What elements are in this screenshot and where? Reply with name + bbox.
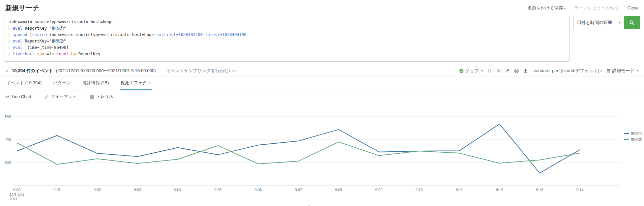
svg-text:9:08: 9:08 [335,188,342,192]
share-button[interactable] [505,69,509,73]
visualization-controls: Line Chart フォーマット トレリス [0,90,644,102]
search-bar: index=main sourcetype=ms:iis:auto host=h… [0,15,644,65]
time-range-picker[interactable]: 日付と時間の範囲 ▾ [573,16,624,29]
search-button[interactable] [624,16,640,29]
share-icon [505,69,509,73]
svg-text:2021: 2021 [9,197,18,201]
svg-text:9:12: 9:12 [496,188,503,192]
export-button[interactable] [523,69,528,73]
tab-visualization[interactable]: 視覚エフェクト [120,77,152,90]
chart-type-label: Line Chart [12,94,31,99]
chart-area: 3004005009:009:019:029:039:049:059:069:0… [0,103,644,205]
event-count: 10,394 件のイベント [12,68,53,74]
stop-icon [496,69,500,73]
query-line: index=main sourcetype=ms:iis:auto host=h… [8,19,566,25]
svg-text:400: 400 [5,138,11,142]
chevron-down-icon: ▾ [481,69,483,72]
legend-label: 期間② [631,137,642,142]
header-actions: 名前を付けて保存▾ テーブルビューの作成 Close [527,5,639,11]
performance-mode-dropdown[interactable]: standard_perf (searchデフォルト)▾ [532,68,602,74]
results-summary: ✓ 10,394 件のイベント (2021/12/01 9:00:00.000〜… [5,68,236,74]
format-label: フォーマット [51,94,77,99]
time-range-label: 日付と時間の範囲 [577,20,612,26]
query-line: | eval ReportKey="期間②" [8,38,566,45]
x-axis-title: _time [0,205,620,206]
svg-text:12/1 (水): 12/1 (水) [9,193,24,197]
page-title: 新規サーチ [5,3,39,12]
legend-swatch [624,139,629,140]
tab-statistics[interactable]: 統計情報 (15) [82,77,110,90]
stop-button[interactable] [496,69,500,73]
search-icon [629,20,635,26]
header: 新規サーチ 名前を付けて保存▾ テーブルビューの作成 Close [0,0,644,15]
event-sampling-dropdown[interactable]: イベントサンプリングを行わない▾ [166,68,236,74]
legend-label: 期間① [631,131,642,136]
svg-text:9:06: 9:06 [255,188,262,192]
trellis-button[interactable]: トレリス [90,94,113,99]
svg-text:9:09: 9:09 [375,188,382,192]
chevron-down-icon: ▾ [637,69,639,72]
chart-legend: 期間①期間② [624,131,642,142]
svg-text:9:13: 9:13 [536,188,543,192]
save-as-label: 名前を付けて保存 [527,5,563,10]
job-label: ジョブ [465,68,479,74]
query-line: | eval _time=_time-86400] [8,45,566,51]
splunk-search-page: 新規サーチ 名前を付けて保存▾ テーブルビューの作成 Close index=m… [0,0,644,205]
svg-text:9:10: 9:10 [415,188,422,192]
pencil-icon [45,95,49,99]
svg-text:9:03: 9:03 [134,188,141,192]
grid-icon [90,95,94,99]
chevron-down-icon: ▾ [564,7,565,10]
chevron-down-icon: ▾ [600,69,602,73]
svg-text:9:11: 9:11 [456,188,463,192]
query-line: | eval ReportKey="期間①" [8,25,566,32]
query-line: | append [search index=main sourcetype=m… [8,32,566,38]
detail-mode-label: 詳細モード [612,68,635,74]
results-tabs: イベント (10,394) パターン 統計情報 (15) 視覚エフェクト [0,77,644,90]
svg-text:500: 500 [5,115,11,119]
line-chart-icon [5,95,10,99]
svg-text:9:07: 9:07 [295,188,302,192]
svg-text:9:00: 9:00 [13,188,20,192]
chevron-down-icon: ▾ [619,21,620,24]
legend-item[interactable]: 期間① [624,131,642,136]
create-table-view-button[interactable]: テーブルビューの作成 [574,5,619,11]
svg-text:9:01: 9:01 [54,188,61,192]
search-query-input[interactable]: index=main sourcetype=ms:iis:auto host=h… [4,16,570,62]
format-button[interactable]: フォーマット [45,94,77,99]
print-button[interactable] [514,69,519,73]
chevron-down-icon: ▾ [234,69,236,73]
job-controls: ジョブ ▾ standard_perf (searchデフォルト)▾ 詳細モード [459,68,639,74]
chart-type-button[interactable]: Line Chart [5,94,31,99]
search-mode-dropdown[interactable]: 詳細モード ▾ [607,68,639,74]
trellis-label: トレリス [96,94,113,99]
svg-text:9:02: 9:02 [94,188,101,192]
check-icon: ✓ [5,68,9,73]
job-menu[interactable]: ジョブ ▾ [459,68,483,74]
pause-icon [488,69,492,73]
pause-button[interactable] [488,69,492,73]
svg-text:9:14: 9:14 [576,188,583,192]
print-icon [514,69,519,73]
legend-swatch [624,133,629,134]
query-line: | timechart span=1m count by ReportKey [8,51,566,57]
line-chart[interactable]: 3004005009:009:019:029:039:049:059:069:0… [0,103,644,204]
svg-text:9:05: 9:05 [214,188,222,192]
svg-text:9:04: 9:04 [174,188,181,192]
tab-patterns[interactable]: パターン [52,77,71,90]
svg-text:300: 300 [5,160,11,165]
close-button[interactable]: Close [627,5,639,10]
detail-mode-icon [607,69,611,73]
event-time-range: (2021/12/01 9:00:00.000〜2021/12/01 9:15:… [56,68,156,74]
results-bar: ✓ 10,394 件のイベント (2021/12/01 9:00:00.000〜… [0,65,644,77]
job-status-icon [459,69,464,73]
tab-events[interactable]: イベント (10,394) [5,77,42,90]
export-icon [523,69,528,73]
save-as-button[interactable]: 名前を付けて保存▾ [527,5,565,11]
legend-item[interactable]: 期間② [624,137,642,142]
